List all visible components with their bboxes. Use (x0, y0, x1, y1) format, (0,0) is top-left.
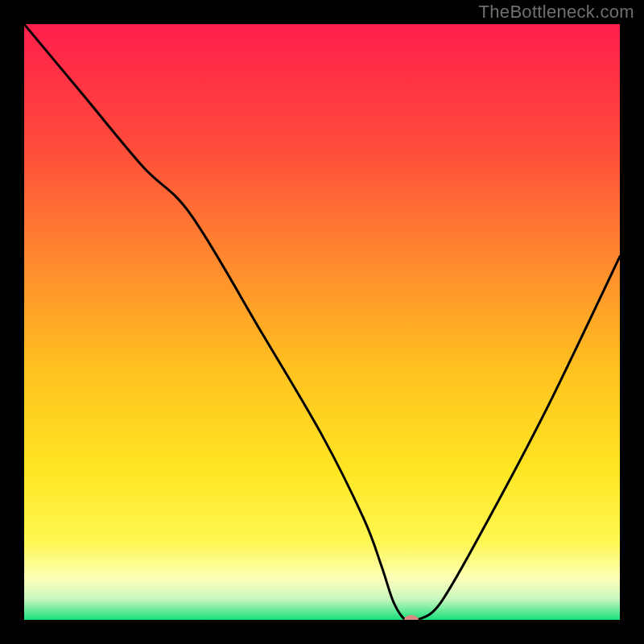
chart-svg (24, 24, 620, 620)
chart-plot-area (24, 24, 620, 620)
watermark-label: TheBottleneck.com (479, 2, 634, 23)
chart-frame: TheBottleneck.com (0, 0, 644, 644)
chart-background (24, 24, 620, 620)
